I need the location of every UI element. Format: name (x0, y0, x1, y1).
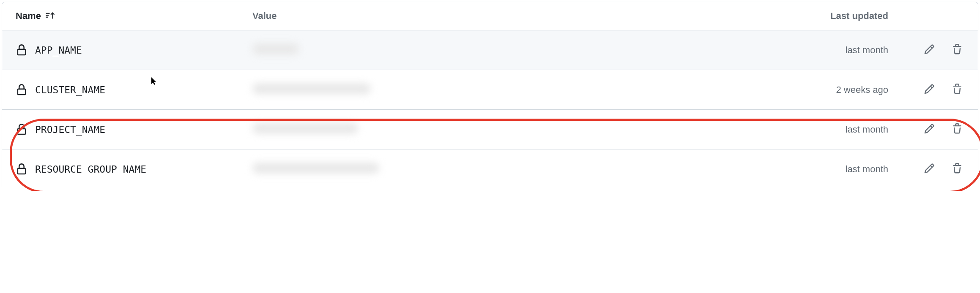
lock-icon (16, 163, 27, 175)
edit-button[interactable] (922, 122, 936, 137)
cell-updated: last month (770, 45, 905, 56)
delete-button[interactable] (950, 82, 964, 98)
trash-icon (952, 163, 963, 175)
column-header-value: Value (227, 11, 770, 22)
secret-name: RESOURCE_GROUP_NAME (35, 164, 146, 175)
secret-value-masked (252, 163, 379, 174)
secret-name: APP_NAME (35, 45, 82, 56)
lock-icon (16, 84, 27, 96)
pencil-icon (924, 44, 935, 56)
delete-button[interactable] (950, 122, 964, 137)
secret-name: CLUSTER_NAME (35, 84, 105, 95)
column-header-updated: Last updated (770, 11, 905, 22)
cell-updated: last month (770, 164, 905, 175)
secret-name: PROJECT_NAME (35, 124, 105, 135)
column-header-name-label: Name (16, 11, 41, 22)
edit-button[interactable] (922, 161, 936, 177)
cell-name: APP_NAME (16, 44, 227, 56)
edit-button[interactable] (922, 82, 936, 98)
trash-icon (952, 44, 963, 56)
cell-actions (905, 42, 964, 58)
secret-value-masked (252, 123, 358, 134)
updated-timestamp: last month (846, 124, 889, 135)
sort-ascending-icon (45, 11, 55, 21)
cell-value (227, 163, 770, 176)
secrets-table: Name Value Last updated APP_NAME (2, 2, 978, 189)
cell-name: CLUSTER_NAME (16, 84, 227, 96)
table-row: APP_NAME last month (2, 30, 978, 70)
cell-value (227, 123, 770, 136)
cell-name: RESOURCE_GROUP_NAME (16, 163, 227, 175)
trash-icon (952, 123, 963, 136)
secret-value-masked (252, 83, 371, 94)
edit-button[interactable] (922, 42, 936, 58)
trash-icon (952, 84, 963, 96)
table-row: RESOURCE_GROUP_NAME last month (2, 149, 978, 189)
table-row: CLUSTER_NAME 2 weeks ago (2, 70, 978, 110)
updated-timestamp: last month (846, 164, 889, 174)
cell-actions (905, 122, 964, 137)
pencil-icon (924, 84, 935, 96)
cell-updated: 2 weeks ago (770, 84, 905, 95)
cell-updated: last month (770, 124, 905, 135)
table-row: PROJECT_NAME last month (2, 110, 978, 149)
lock-icon (16, 44, 27, 56)
cell-value (227, 43, 770, 57)
cell-actions (905, 82, 964, 98)
delete-button[interactable] (950, 161, 964, 177)
cell-value (227, 83, 770, 97)
table-header-row: Name Value Last updated (2, 2, 978, 30)
cell-name: PROJECT_NAME (16, 124, 227, 136)
delete-button[interactable] (950, 42, 964, 58)
pencil-icon (924, 123, 935, 136)
updated-timestamp: last month (846, 45, 889, 55)
column-header-name[interactable]: Name (16, 11, 227, 22)
lock-icon (16, 124, 27, 136)
cell-actions (905, 161, 964, 177)
updated-timestamp: 2 weeks ago (836, 84, 888, 95)
pencil-icon (924, 163, 935, 175)
secret-value-masked (252, 43, 299, 54)
